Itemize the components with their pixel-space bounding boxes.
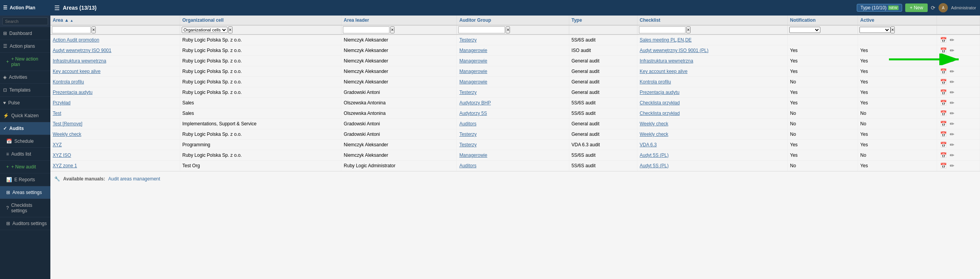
refresh-icon[interactable]: ⟳ <box>931 5 935 11</box>
filter-checklist-clear[interactable]: × <box>686 26 691 33</box>
cell-area[interactable]: Test <box>50 108 180 119</box>
cell-checklist[interactable]: Kontrola profilu <box>637 77 787 87</box>
cell-area[interactable]: Audyt wewnętrzny ISO 9001 <box>50 45 180 56</box>
schedule-button[interactable]: 📅 <box>939 131 947 138</box>
cell-checklist[interactable]: Key account keep alive <box>637 66 787 77</box>
schedule-button[interactable]: 📅 <box>939 162 947 169</box>
schedule-button[interactable]: 📅 <box>939 110 947 117</box>
sidebar-item-audits-list[interactable]: ≡Audits list <box>0 148 50 161</box>
filter-area-leader-input[interactable] <box>343 26 389 33</box>
schedule-button[interactable]: 📅 <box>939 68 947 75</box>
col-header-area[interactable]: Area ▲ <box>50 16 180 25</box>
sidebar-item-new-action-plan[interactable]: ++ New action plan <box>0 53 50 71</box>
cell-checklist[interactable]: Audyt 5S (PL) <box>637 150 787 161</box>
search-input[interactable] <box>2 17 48 25</box>
cell-auditor-group[interactable]: Testerzy <box>457 140 569 150</box>
edit-button[interactable]: ✏ <box>949 162 955 169</box>
filter-checklist-input[interactable] <box>639 26 685 33</box>
cell-auditor-group[interactable]: Audytorzy BHP <box>457 98 569 108</box>
cell-checklist[interactable]: Prezentacja audytu <box>637 87 787 98</box>
sidebar-item-dashboard[interactable]: ⊞Dashboard <box>0 27 50 40</box>
filter-area-input[interactable] <box>52 26 91 33</box>
cell-auditor-group[interactable]: Auditors <box>457 119 569 129</box>
filter-org-cell-select[interactable]: Organizational cells <box>182 27 227 33</box>
sidebar-item-areas-settings[interactable]: ⊞Areas settings <box>0 186 50 199</box>
cell-area[interactable]: XYZ <box>50 140 180 150</box>
cell-auditor-group[interactable]: Audytorzy 5S <box>457 108 569 119</box>
sidebar-item-auditors-settings[interactable]: ⊞Auditors settings <box>0 217 50 230</box>
sidebar-item-new-audit[interactable]: ++ New audit <box>0 161 50 173</box>
schedule-button[interactable]: 📅 <box>939 36 947 43</box>
sidebar-item-audits[interactable]: ✓Audits <box>0 122 50 135</box>
schedule-button[interactable]: 📅 <box>939 99 947 106</box>
sidebar-item-action-plans[interactable]: ☰Action plans <box>0 40 50 53</box>
cell-auditor-group[interactable]: Managerowie <box>457 56 569 66</box>
cell-auditor-group[interactable]: Managerowie <box>457 45 569 56</box>
cell-area[interactable]: Action Audit promotion <box>50 35 180 45</box>
cell-checklist[interactable]: Audyt 5S (PL) <box>637 161 787 171</box>
edit-button[interactable]: ✏ <box>949 78 955 85</box>
cell-auditor-group[interactable]: Testerzy <box>457 87 569 98</box>
table-filter-row[interactable]: ×Organizational cells××××× <box>50 25 980 35</box>
filter-auditor-group-clear[interactable]: × <box>506 26 510 33</box>
cell-auditor-group[interactable]: Testerzy <box>457 129 569 140</box>
schedule-button[interactable]: 📅 <box>939 47 947 54</box>
edit-button[interactable]: ✏ <box>949 99 955 106</box>
cell-checklist[interactable]: Weekly check <box>637 129 787 140</box>
sidebar-item-activities[interactable]: ◈Activities <box>0 71 50 84</box>
cell-checklist[interactable]: Sales meeting PL,EN,DE <box>637 35 787 45</box>
schedule-button[interactable]: 📅 <box>939 120 947 127</box>
cell-area[interactable]: Prezentacja audytu <box>50 87 180 98</box>
edit-button[interactable]: ✏ <box>949 47 955 54</box>
cell-auditor-group[interactable]: Auditors <box>457 161 569 171</box>
cell-auditor-group[interactable]: Managerowie <box>457 150 569 161</box>
sidebar-item-checklists-settings[interactable]: ?Checklists settings <box>0 199 50 217</box>
cell-checklist[interactable]: Audyt wewnętrzny ISO 9001 (PL) <box>637 45 787 56</box>
filter-active-clear[interactable]: × <box>890 26 895 33</box>
edit-button[interactable]: ✏ <box>949 89 955 96</box>
edit-button[interactable]: ✏ <box>949 120 955 127</box>
filter-auditor-group-input[interactable] <box>458 26 505 33</box>
cell-area[interactable]: Test [Remove] <box>50 119 180 129</box>
cell-checklist[interactable]: Infrastruktura wewnętrzna <box>637 56 787 66</box>
sidebar-item-pulse[interactable]: ♥Pulse <box>0 97 50 109</box>
filter-area-leader-clear[interactable]: × <box>390 26 394 33</box>
cell-area[interactable]: XYZ ISO <box>50 150 180 161</box>
schedule-button[interactable]: 📅 <box>939 152 947 159</box>
schedule-button[interactable]: 📅 <box>939 89 947 96</box>
new-button[interactable]: + New <box>905 3 928 12</box>
cell-checklist[interactable]: VDA 6.3 <box>637 140 787 150</box>
filter-active-select[interactable] <box>859 27 890 33</box>
schedule-button[interactable]: 📅 <box>939 78 947 85</box>
cell-checklist[interactable]: Weekly check <box>637 119 787 129</box>
edit-button[interactable]: ✏ <box>949 141 955 148</box>
cell-checklist[interactable]: Checklista przykład <box>637 108 787 119</box>
schedule-button[interactable]: 📅 <box>939 141 947 148</box>
filter-notification-select[interactable] <box>789 27 820 33</box>
schedule-button[interactable]: 📅 <box>939 57 947 64</box>
sidebar-item-schedule[interactable]: 📅Schedule <box>0 135 50 148</box>
cell-area[interactable]: Infrastruktura wewnętrzna <box>50 56 180 66</box>
edit-button[interactable]: ✏ <box>949 57 955 64</box>
filter-area-clear[interactable]: × <box>91 26 96 33</box>
cell-auditor-group[interactable]: Testerzy <box>457 35 569 45</box>
cell-auditor-group[interactable]: Managerowie <box>457 66 569 77</box>
edit-button[interactable]: ✏ <box>949 152 955 159</box>
cell-auditor-group[interactable]: Managerowie <box>457 77 569 87</box>
type-filter-badge[interactable]: Type (10/10) NEW <box>857 4 902 12</box>
cell-area[interactable]: Weekly check <box>50 129 180 140</box>
cell-area[interactable]: Kontrola profilu <box>50 77 180 87</box>
sidebar-item-reports[interactable]: 📊E Reports <box>0 173 50 186</box>
cell-area[interactable]: Key account keep alive <box>50 66 180 77</box>
audit-areas-management-link[interactable]: Audit areas management <box>108 176 160 182</box>
hamburger-icon[interactable]: ☰ <box>3 5 7 10</box>
cell-checklist[interactable]: Checklista przykład <box>637 98 787 108</box>
sidebar-item-quick-kaizen[interactable]: ⚡Quick Kaizen <box>0 109 50 122</box>
edit-button[interactable]: ✏ <box>949 68 955 75</box>
sidebar-item-templates[interactable]: ⊡Templates <box>0 84 50 97</box>
edit-button[interactable]: ✏ <box>949 110 955 117</box>
edit-button[interactable]: ✏ <box>949 131 955 138</box>
filter-org-cell-clear[interactable]: × <box>228 26 233 33</box>
cell-area[interactable]: Przykład <box>50 98 180 108</box>
cell-area[interactable]: XYZ zone 1 <box>50 161 180 171</box>
